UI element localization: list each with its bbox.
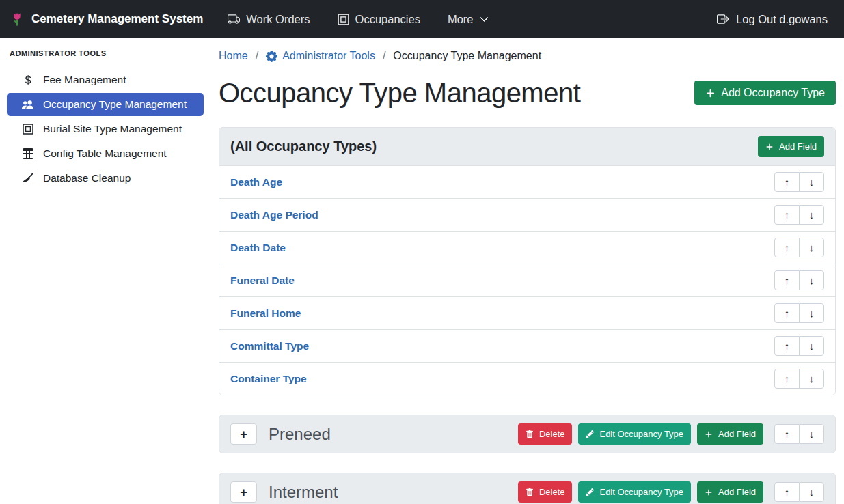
add-occupancy-type-button[interactable]: Add Occupancy Type xyxy=(694,81,836,105)
add-field-button[interactable]: Add Field xyxy=(758,136,824,157)
trash-icon xyxy=(526,488,534,496)
broom-icon xyxy=(21,173,34,184)
logout-icon xyxy=(717,13,729,25)
field-link[interactable]: Committal Type xyxy=(230,340,309,352)
arrow-down-icon: ↓ xyxy=(809,428,815,440)
edit-occupancy-type-button[interactable]: Edit Occupancy Type xyxy=(578,423,691,445)
reorder-buttons: ↑ ↓ xyxy=(774,205,824,225)
gear-icon xyxy=(266,51,277,62)
delete-button[interactable]: Delete xyxy=(518,423,573,445)
edit-occupancy-type-button[interactable]: Edit Occupancy Type xyxy=(578,481,691,503)
move-up-button[interactable]: ↑ xyxy=(774,482,800,502)
move-down-button[interactable]: ↓ xyxy=(799,424,824,444)
field-link[interactable]: Death Age Period xyxy=(230,209,318,221)
reorder-buttons: ↑ ↓ xyxy=(774,270,824,290)
sidebar-item-occupancy-type-management[interactable]: Occupancy Type Management xyxy=(7,93,204,116)
field-row: Funeral Home ↑ ↓ xyxy=(219,296,835,329)
move-up-button[interactable]: ↑ xyxy=(774,238,800,257)
arrow-down-icon: ↓ xyxy=(809,275,815,286)
breadcrumb-administrator-tools-link[interactable]: Administrator Tools xyxy=(266,48,375,64)
move-down-button[interactable]: ↓ xyxy=(799,336,824,356)
move-down-button[interactable]: ↓ xyxy=(799,482,824,502)
move-up-button[interactable]: ↑ xyxy=(774,369,800,389)
field-link[interactable]: Funeral Home xyxy=(230,307,301,320)
move-down-button[interactable]: ↓ xyxy=(799,238,824,257)
plus-icon xyxy=(705,430,713,438)
move-up-button[interactable]: ↑ xyxy=(774,205,800,225)
pencil-icon xyxy=(586,488,594,496)
expand-button[interactable]: + xyxy=(230,481,257,503)
sidebar-item-database-cleanup[interactable]: Database Cleanup xyxy=(7,167,204,190)
move-up-button[interactable]: ↑ xyxy=(774,172,800,192)
add-field-button[interactable]: Add Field xyxy=(697,423,763,445)
field-link[interactable]: Death Age xyxy=(230,176,282,188)
pencil-icon xyxy=(586,430,594,438)
main-content: Home / Administrator Tools / Occupancy T… xyxy=(210,38,844,504)
occupancy-type-bar-preneed: + Preneed Delete Edit Occupancy Type xyxy=(219,415,836,453)
arrow-up-icon: ↑ xyxy=(785,242,790,253)
plus-icon: + xyxy=(240,428,247,440)
top-navbar: Cemetery Management System Work Orders O… xyxy=(0,0,844,38)
sidebar-item-config-table-management[interactable]: Config Table Management xyxy=(7,142,204,165)
move-up-button[interactable]: ↑ xyxy=(774,424,800,444)
plus-icon xyxy=(705,88,716,98)
arrow-up-icon: ↑ xyxy=(785,486,790,498)
field-row: Death Age ↑ ↓ xyxy=(219,165,835,198)
sidebar-heading: Administrator Tools xyxy=(0,46,210,67)
nav-item-work-orders[interactable]: Work Orders xyxy=(228,13,310,26)
field-link[interactable]: Death Date xyxy=(230,242,286,254)
sidebar-item-label: Occupancy Type Management xyxy=(43,98,187,111)
arrow-up-icon: ↑ xyxy=(785,209,790,221)
breadcrumb: Home / Administrator Tools / Occupancy T… xyxy=(219,48,836,64)
dollar-icon xyxy=(21,74,34,85)
expand-button[interactable]: + xyxy=(230,423,257,445)
move-down-button[interactable]: ↓ xyxy=(799,369,824,389)
arrow-down-icon: ↓ xyxy=(809,373,815,384)
delete-button[interactable]: Delete xyxy=(518,481,573,503)
field-link[interactable]: Funeral Date xyxy=(230,275,295,287)
field-row: Container Type ↑ ↓ xyxy=(219,362,835,395)
field-link[interactable]: Container Type xyxy=(230,373,307,385)
chevron-down-icon xyxy=(480,15,489,24)
nav-item-label: Work Orders xyxy=(246,13,310,26)
arrow-up-icon: ↑ xyxy=(785,275,790,286)
reorder-buttons: ↑ ↓ xyxy=(774,424,824,444)
arrow-up-icon: ↑ xyxy=(785,340,790,352)
logout-label: Log Out d.gowans xyxy=(736,13,828,26)
arrow-up-icon: ↑ xyxy=(785,307,790,319)
sidebar-item-burial-site-type-management[interactable]: Burial Site Type Management xyxy=(7,117,204,141)
arrow-up-icon: ↑ xyxy=(785,373,790,384)
sidebar-item-label: Burial Site Type Management xyxy=(43,123,182,135)
nav-item-occupancies[interactable]: Occupancies xyxy=(338,13,420,26)
move-down-button[interactable]: ↓ xyxy=(799,270,824,290)
users-icon xyxy=(21,99,34,111)
nav-item-more[interactable]: More xyxy=(448,13,489,26)
move-down-button[interactable]: ↓ xyxy=(799,303,824,323)
logout-button[interactable]: Log Out d.gowans xyxy=(717,13,828,26)
reorder-buttons: ↑ ↓ xyxy=(774,482,824,502)
add-field-button[interactable]: Add Field xyxy=(697,481,763,503)
nav-item-label: More xyxy=(448,13,474,26)
nav-links: Work Orders Occupancies More xyxy=(228,13,488,26)
move-up-button[interactable]: ↑ xyxy=(774,303,800,323)
move-down-button[interactable]: ↓ xyxy=(799,205,824,225)
move-down-button[interactable]: ↓ xyxy=(799,172,824,192)
brand-title: Cemetery Management System xyxy=(31,12,203,26)
tulip-logo-icon xyxy=(10,12,25,27)
breadcrumb-home-link[interactable]: Home xyxy=(219,48,248,64)
breadcrumb-separator: / xyxy=(383,48,385,64)
sidebar-item-fee-management[interactable]: Fee Management xyxy=(7,68,204,92)
reorder-buttons: ↑ ↓ xyxy=(774,172,824,192)
reorder-buttons: ↑ ↓ xyxy=(774,369,824,389)
frame-icon xyxy=(338,14,349,25)
occupancy-type-bar-interment: + Interment Delete Edit Occupancy Type xyxy=(219,473,836,504)
arrow-down-icon: ↓ xyxy=(809,176,815,188)
arrow-down-icon: ↓ xyxy=(809,340,815,352)
sidebar-item-label: Fee Management xyxy=(43,74,126,86)
move-up-button[interactable]: ↑ xyxy=(774,270,800,290)
breadcrumb-separator: / xyxy=(256,48,258,64)
reorder-buttons: ↑ ↓ xyxy=(774,303,824,323)
arrow-up-icon: ↑ xyxy=(785,428,790,440)
move-up-button[interactable]: ↑ xyxy=(774,336,800,356)
app-brand[interactable]: Cemetery Management System xyxy=(10,12,203,27)
